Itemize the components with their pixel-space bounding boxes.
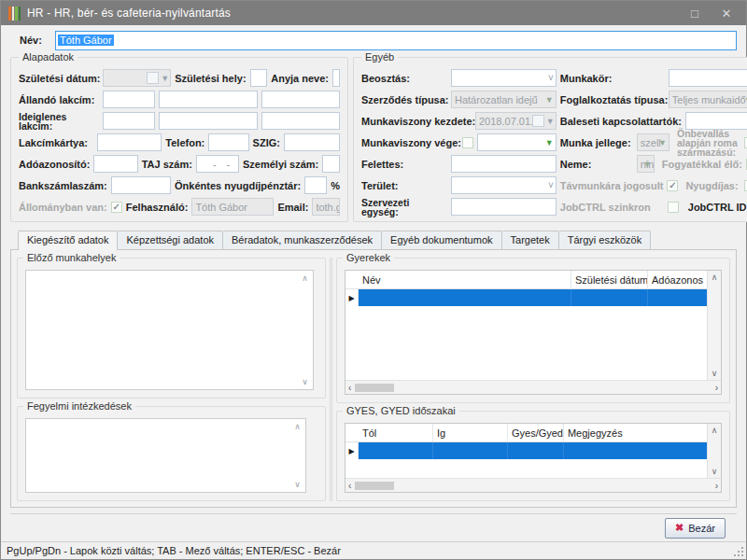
scroll-down-icon[interactable]: ∨ [712, 369, 718, 378]
tab-beradatok-munkaszerzodesek[interactable]: Béradatok, munkaszerződések [223, 231, 382, 249]
column-header-megjegyzes[interactable]: Megjegyzés [564, 424, 707, 441]
chevron-down-icon: ▼ [161, 70, 169, 86]
tax-id-input[interactable] [93, 155, 137, 173]
scroll-left-icon[interactable]: ‹ [348, 383, 351, 393]
dialog-body: Név: Tóth Gábor Alapadatok Születési dát… [1, 25, 746, 541]
chevron-down-icon: ▼ [744, 91, 747, 107]
org-unit-input[interactable] [451, 198, 557, 216]
group-fegyelmi-intezkedesek: Fegyelmi intézkedések ∧ ∨ [17, 406, 326, 501]
roma-declaration-label: Önbevallás alapján roma származású: [677, 129, 740, 157]
employment-end-combo[interactable]: ▼ [477, 133, 557, 151]
column-header-gyes-gyed[interactable]: Gyes/Gyed [508, 424, 564, 441]
maximize-icon[interactable]: □ [681, 3, 709, 23]
close-button[interactable]: ✖ Bezár [665, 518, 726, 539]
scroll-right-icon[interactable]: › [715, 383, 718, 393]
scrollbar[interactable]: ∧ ∨ [298, 272, 312, 388]
resize-grip[interactable] [734, 547, 744, 557]
user-input: Tóth Gábor [191, 198, 274, 216]
roma-declaration-checkbox[interactable] [744, 137, 747, 148]
group-gyerekek-title: Gyerekek [343, 252, 394, 263]
scroll-up-icon[interactable]: ∧ [302, 273, 308, 283]
scrollbar-thumb[interactable] [355, 482, 394, 490]
scroll-up-icon[interactable]: ∧ [294, 422, 301, 431]
group-egyeb-title: Egyéb [361, 51, 398, 63]
pension-fund-input[interactable] [304, 176, 327, 194]
gyes-grid-header: Tól Ig Gyes/Gyed Megjegyzés [345, 424, 707, 442]
children-grid: Név Születési dátum Adóazonos ▶ [345, 270, 722, 395]
scroll-right-icon[interactable]: › [715, 481, 718, 491]
horizontal-scrollbar[interactable]: ‹ › [345, 380, 721, 394]
employment-end-label: Munkaviszony vége: [361, 137, 458, 148]
chevron-down-green-icon: ▼ [545, 134, 554, 150]
tab-targetek[interactable]: Targetek [502, 231, 559, 249]
contract-type-combo: Határozatlan idejű ▼ [451, 91, 557, 108]
horizontal-scrollbar[interactable]: ‹ › [345, 478, 721, 492]
scrollbar-thumb[interactable] [355, 384, 394, 392]
tab-targyi-eszkozok[interactable]: Tárgyi eszközök [559, 231, 651, 249]
employment-end-checkbox[interactable] [462, 137, 473, 148]
in-staff-checkbox: ✓ [111, 202, 122, 213]
tab-kiegeszito-adatok[interactable]: Kiegészítő adatok [18, 231, 118, 250]
group-gyes-gyed-title: GYES, GYED időszakai [343, 405, 459, 416]
column-header-szuletesi-datum[interactable]: Születési dátum [571, 271, 648, 288]
scroll-down-icon[interactable]: ∨ [294, 480, 301, 489]
personal-id-input[interactable] [322, 155, 340, 173]
birth-date-label: Születési dátum: [19, 73, 99, 84]
scroll-down-icon[interactable]: ∨ [712, 467, 718, 476]
grid-empty-area[interactable] [345, 306, 707, 380]
close-icon[interactable]: ✕ [712, 3, 740, 23]
area-combo[interactable]: ˅ [451, 176, 557, 194]
mother-name-input[interactable] [332, 69, 340, 87]
scroll-up-icon[interactable]: ∧ [712, 426, 718, 435]
retired-checkbox[interactable] [744, 180, 747, 191]
area-label: Terület: [361, 180, 447, 191]
personal-id-label: Személyi szám: [243, 159, 318, 170]
row-indicator-icon: ▶ [345, 289, 359, 306]
mother-name-label: Anyja neve: [271, 73, 329, 84]
position-combo[interactable]: ˅ [451, 69, 557, 87]
children-grid-selected-row[interactable]: ▶ [345, 289, 707, 306]
job-title-input[interactable] [669, 69, 747, 87]
tab-egyeb-dokumentumok[interactable]: Egyéb dokumentumok [382, 231, 501, 249]
taj-mask: - - [200, 159, 233, 170]
bank-account-input[interactable] [111, 176, 171, 194]
column-header-nev[interactable]: Név [359, 271, 571, 288]
scroll-up-icon[interactable]: ∧ [712, 273, 718, 282]
column-header-adoazonosito[interactable]: Adóazonos [648, 271, 707, 288]
taj-input[interactable]: - - [196, 155, 239, 173]
phone-input[interactable] [208, 133, 248, 151]
address-card-input[interactable] [97, 133, 162, 151]
group-gyes-gyed: GYES, GYED időszakai Tól Ig Gyes/Gyed Me… [336, 411, 730, 501]
retired-label: Nyugdíjas: [685, 180, 738, 191]
gyes-grid-selected-row[interactable]: ▶ [345, 442, 707, 459]
employment-type-label: Foglalkoztatás típusa: [560, 94, 665, 105]
column-header-ig[interactable]: Ig [433, 424, 508, 441]
disciplinary-actions-textarea[interactable]: ∧ ∨ [25, 418, 306, 493]
tab-kepzettsegi-adatok[interactable]: Képzettségi adatok [118, 231, 223, 249]
grid-empty-area[interactable] [345, 459, 707, 478]
remote-work-checkbox: ✓ [667, 180, 678, 191]
supervisor-input[interactable] [451, 155, 557, 173]
vertical-scrollbar[interactable]: ∧ ∨ [707, 424, 721, 478]
splitter[interactable] [330, 258, 332, 501]
name-input[interactable]: Tóth Gábor [55, 31, 737, 50]
scroll-down-icon[interactable]: ∨ [302, 377, 308, 386]
szig-input[interactable] [284, 133, 340, 151]
window-title: HR - HR, bér- és cafeteria-nyilvántartás [27, 7, 231, 20]
chevron-down-icon: ˅ [548, 177, 554, 193]
temporary-address-city-input[interactable] [159, 112, 258, 130]
row-indicator-icon: ▶ [345, 442, 359, 459]
temporary-address-street-input[interactable] [261, 112, 340, 130]
scroll-left-icon[interactable]: ‹ [348, 481, 351, 491]
birth-place-input[interactable] [250, 69, 268, 87]
gyes-grid: Tól Ig Gyes/Gyed Megjegyzés ▶ [345, 423, 722, 493]
permanent-address-zip-input[interactable] [103, 91, 155, 108]
permanent-address-city-input[interactable] [159, 91, 258, 108]
jobctrl-sync-checkbox[interactable] [668, 202, 679, 213]
vertical-scrollbar[interactable]: ∧ ∨ [707, 271, 721, 380]
previous-workplaces-textarea[interactable]: ∧ ∨ [25, 270, 314, 390]
column-header-tol[interactable]: Tól [359, 424, 433, 441]
scrollbar[interactable]: ∧ ∨ [290, 420, 304, 491]
permanent-address-street-input[interactable] [261, 91, 340, 108]
temporary-address-zip-input[interactable] [103, 112, 155, 130]
